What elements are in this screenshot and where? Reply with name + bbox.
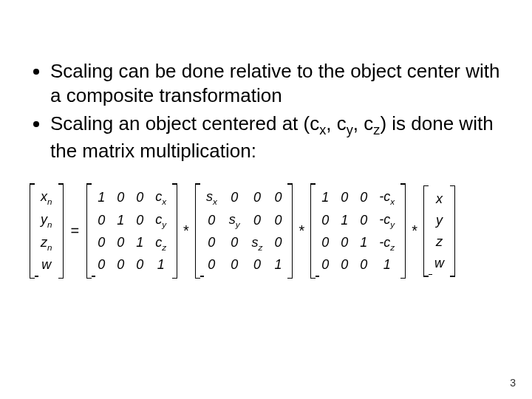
bullet-1-text: Scaling can be done relative to the obje… (50, 60, 500, 106)
matrix-equation: xnynznw = 100cx010cy001cz0001 * sx0000sy… (30, 183, 502, 279)
page-number: 3 (510, 377, 516, 389)
bullet-2-mid2: , c (353, 112, 373, 134)
bullet-2-sub2: y (347, 123, 353, 137)
bullet-2-sub1: x (319, 123, 326, 137)
equals-sign: = (68, 222, 83, 239)
result-vector: xnynznw (30, 183, 64, 279)
bullet-2-pre: Scaling an object centered at (c (50, 112, 319, 134)
multiply-1: * (182, 222, 191, 239)
translate-back-matrix: 100-cx010-cy001-cz0001 (310, 183, 406, 279)
input-vector: xyzw (423, 185, 455, 277)
bullet-2-mid1: , c (326, 112, 346, 134)
bullet-list: Scaling can be done relative to the obje… (30, 59, 502, 163)
multiply-2: * (297, 222, 306, 239)
scale-matrix: sx0000sy0000sz00001 (195, 183, 293, 279)
multiply-3: * (410, 222, 419, 239)
slide-body: Scaling can be done relative to the obje… (0, 0, 532, 279)
bullet-1: Scaling can be done relative to the obje… (50, 59, 502, 107)
bullet-2: Scaling an object centered at (cx, cy, c… (50, 112, 502, 163)
translate-to-origin-matrix: 100cx010cy001cz0001 (86, 183, 177, 279)
